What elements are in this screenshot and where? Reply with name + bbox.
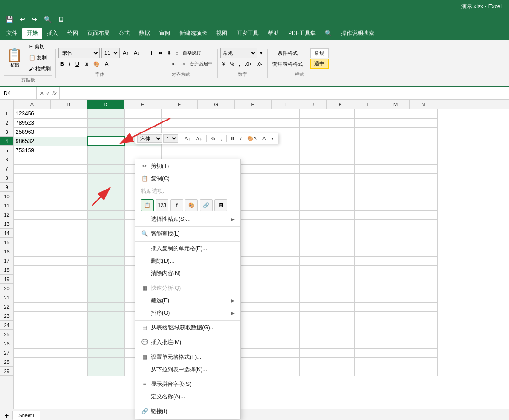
cell-i1[interactable] xyxy=(272,109,299,118)
save-icon[interactable]: 💾 xyxy=(4,15,15,24)
cell-row20-col12[interactable] xyxy=(410,284,437,293)
cell-j4[interactable] xyxy=(299,137,327,146)
cell-row28-col10[interactable] xyxy=(354,357,382,367)
menu-view[interactable]: 视图 xyxy=(212,28,232,39)
cell-row14-col0[interactable] xyxy=(14,229,51,238)
cell-row23-col1[interactable] xyxy=(51,311,87,321)
cell-row16-col9[interactable] xyxy=(327,247,354,256)
cell-row9-col0[interactable] xyxy=(14,183,51,192)
align-top-button[interactable]: ⬆ xyxy=(148,48,156,58)
cell-row17-col8[interactable] xyxy=(299,256,327,265)
align-right-button[interactable]: ≡ xyxy=(163,59,169,69)
ctx-delete[interactable]: 删除(D)... xyxy=(135,255,240,267)
cell-row6-col2[interactable] xyxy=(87,155,124,164)
cell-row7-col9[interactable] xyxy=(327,164,354,173)
cell-k2[interactable] xyxy=(327,118,354,127)
cell-row19-col0[interactable] xyxy=(14,275,51,284)
cell-j3[interactable] xyxy=(299,127,327,137)
add-sheet-button[interactable]: + xyxy=(2,412,12,420)
cell-row11-col2[interactable] xyxy=(87,201,124,210)
cell-row21-col1[interactable] xyxy=(51,293,87,302)
cell-row25-col2[interactable] xyxy=(87,330,124,339)
percent-button[interactable]: % xyxy=(228,59,236,69)
cell-row18-col7[interactable] xyxy=(272,265,299,275)
cell-row23-col9[interactable] xyxy=(327,311,354,321)
cell-row14-col2[interactable] xyxy=(87,229,124,238)
cell-row20-col2[interactable] xyxy=(87,284,124,293)
mini-comma[interactable]: , xyxy=(218,135,224,142)
cell-l4[interactable] xyxy=(354,137,382,146)
underline-button[interactable]: U xyxy=(74,59,81,69)
cell-row23-col11[interactable] xyxy=(382,311,410,321)
cell-row27-col0[interactable] xyxy=(14,348,51,357)
cell-row22-col0[interactable] xyxy=(14,302,51,311)
cell-row9-col11[interactable] xyxy=(382,183,410,192)
merge-center-button[interactable]: 合并后居中 xyxy=(188,59,214,69)
cell-row9-col12[interactable] xyxy=(410,183,437,192)
redo-icon[interactable]: ↪ xyxy=(30,15,39,24)
ctx-smart-search[interactable]: 🔍智能查找(L) xyxy=(135,228,240,240)
cell-row8-col7[interactable] xyxy=(272,173,299,183)
italic-button[interactable]: I xyxy=(67,59,72,69)
cell-row8-col8[interactable] xyxy=(299,173,327,183)
cell-a2[interactable]: 789523 xyxy=(14,118,51,127)
cell-row22-col9[interactable] xyxy=(327,302,354,311)
menu-new-tab[interactable]: 新建选项卡 xyxy=(175,28,212,39)
cell-k1[interactable] xyxy=(327,109,354,118)
cell-row22-col8[interactable] xyxy=(299,302,327,311)
cell-row25-col12[interactable] xyxy=(410,330,437,339)
cell-row16-col2[interactable] xyxy=(87,247,124,256)
cell-row17-col1[interactable] xyxy=(51,256,87,265)
mini-increase-font[interactable]: A↑ xyxy=(182,135,193,142)
cell-row29-col7[interactable] xyxy=(272,367,299,376)
cell-row7-col11[interactable] xyxy=(382,164,410,173)
border-button[interactable]: ⊞ xyxy=(82,59,90,69)
ctx-quick-analysis[interactable]: ▦快速分析(Q) xyxy=(135,282,240,294)
ctx-clear-content[interactable]: 清除内容(N) xyxy=(135,267,240,280)
cell-row10-col0[interactable] xyxy=(14,192,51,201)
cell-row29-col2[interactable] xyxy=(87,367,124,376)
cell-row18-col12[interactable] xyxy=(410,265,437,275)
cell-row20-col7[interactable] xyxy=(272,284,299,293)
cell-row23-col10[interactable] xyxy=(354,311,382,321)
cell-row29-col1[interactable] xyxy=(51,367,87,376)
cell-row17-col10[interactable] xyxy=(354,256,382,265)
cell-m5[interactable] xyxy=(382,146,410,155)
cell-row6-col12[interactable] xyxy=(410,155,437,164)
cell-row17-col11[interactable] xyxy=(382,256,410,265)
cell-row26-col7[interactable] xyxy=(272,339,299,348)
cell-row15-col7[interactable] xyxy=(272,238,299,247)
cell-row20-col8[interactable] xyxy=(299,284,327,293)
menu-home[interactable]: 开始 xyxy=(22,28,42,39)
paste-opt-3[interactable]: f xyxy=(170,199,183,211)
cell-row24-col7[interactable] xyxy=(272,321,299,330)
cell-row7-col2[interactable] xyxy=(87,164,124,173)
ctx-selective-paste[interactable]: 选择性粘贴(S)... ▶ xyxy=(135,213,240,225)
menu-data[interactable]: 数据 xyxy=(134,28,155,39)
cell-row19-col9[interactable] xyxy=(327,275,354,284)
cell-row25-col1[interactable] xyxy=(51,330,87,339)
cell-row21-col2[interactable] xyxy=(87,293,124,302)
cell-row10-col9[interactable] xyxy=(327,192,354,201)
cell-row27-col1[interactable] xyxy=(51,348,87,357)
cell-row25-col7[interactable] xyxy=(272,330,299,339)
cell-row24-col2[interactable] xyxy=(87,321,124,330)
number-format-select[interactable]: 常规 xyxy=(220,48,257,58)
paste-opt-5[interactable]: 🔗 xyxy=(200,199,213,211)
ctx-sort[interactable]: 排序(O) ▶ xyxy=(135,307,240,319)
cut-button[interactable]: ✂ 剪切 xyxy=(27,42,52,52)
cell-row20-col0[interactable] xyxy=(14,284,51,293)
mini-italic[interactable]: I xyxy=(237,135,243,142)
cell-row19-col11[interactable] xyxy=(382,275,410,284)
copy-button[interactable]: 📋 复制 xyxy=(27,53,52,63)
cell-a4[interactable]: 986532 xyxy=(14,137,51,146)
indent-more-button[interactable]: ⇥ xyxy=(179,59,187,69)
cell-row19-col2[interactable] xyxy=(87,275,124,284)
cell-l5[interactable] xyxy=(354,146,382,155)
cell-row8-col10[interactable] xyxy=(354,173,382,183)
text-direction-button[interactable]: ↕ xyxy=(174,48,180,58)
cell-row20-col9[interactable] xyxy=(327,284,354,293)
cell-row25-col9[interactable] xyxy=(327,330,354,339)
cell-k5[interactable] xyxy=(327,146,354,155)
ctx-get-data[interactable]: ▤从表格/区域获取数据(G)... xyxy=(135,322,240,334)
